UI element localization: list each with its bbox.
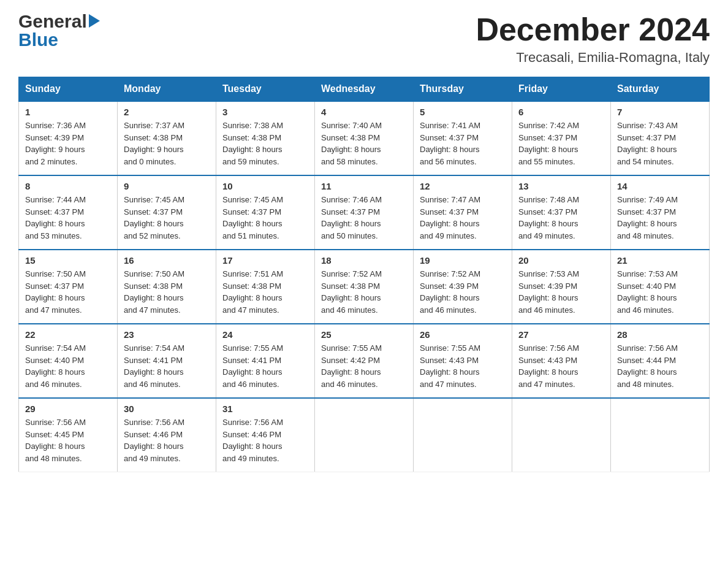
day-number: 22 — [25, 329, 111, 340]
location-text: Trecasali, Emilia-Romagna, Italy — [476, 50, 710, 66]
day-info: Sunrise: 7:54 AMSunset: 4:41 PMDaylight:… — [124, 342, 210, 390]
day-number: 1 — [25, 107, 111, 117]
calendar-cell: 29 Sunrise: 7:56 AMSunset: 4:45 PMDaylig… — [19, 398, 118, 472]
day-number: 30 — [124, 404, 210, 414]
day-number: 2 — [124, 107, 210, 117]
day-info: Sunrise: 7:56 AMSunset: 4:46 PMDaylight:… — [222, 416, 308, 464]
day-number: 31 — [222, 404, 308, 414]
calendar-cell: 25 Sunrise: 7:55 AMSunset: 4:42 PMDaylig… — [315, 324, 414, 398]
day-info: Sunrise: 7:47 AMSunset: 4:37 PMDaylight:… — [420, 194, 506, 242]
calendar-cell: 17 Sunrise: 7:51 AMSunset: 4:38 PMDaylig… — [216, 250, 315, 324]
day-info: Sunrise: 7:41 AMSunset: 4:37 PMDaylight:… — [420, 120, 506, 167]
day-info: Sunrise: 7:52 AMSunset: 4:39 PMDaylight:… — [420, 268, 506, 316]
day-info: Sunrise: 7:43 AMSunset: 4:37 PMDaylight:… — [617, 120, 703, 167]
week-row-2: 8 Sunrise: 7:44 AMSunset: 4:37 PMDayligh… — [19, 175, 710, 250]
calendar-cell: 27 Sunrise: 7:56 AMSunset: 4:43 PMDaylig… — [512, 324, 611, 398]
day-number: 12 — [420, 181, 506, 191]
calendar-cell — [611, 398, 710, 472]
day-number: 3 — [222, 107, 308, 117]
calendar-cell: 26 Sunrise: 7:55 AMSunset: 4:43 PMDaylig… — [414, 324, 512, 398]
calendar-cell: 6 Sunrise: 7:42 AMSunset: 4:37 PMDayligh… — [512, 101, 611, 175]
day-number: 6 — [518, 107, 604, 117]
calendar-cell: 5 Sunrise: 7:41 AMSunset: 4:37 PMDayligh… — [414, 101, 512, 175]
calendar-cell: 20 Sunrise: 7:53 AMSunset: 4:39 PMDaylig… — [512, 250, 611, 324]
day-number: 16 — [124, 255, 210, 266]
day-info: Sunrise: 7:45 AMSunset: 4:37 PMDaylight:… — [124, 194, 210, 242]
logo-blue-text: Blue — [18, 31, 100, 49]
week-row-1: 1 Sunrise: 7:36 AMSunset: 4:39 PMDayligh… — [19, 101, 710, 175]
calendar-body: 1 Sunrise: 7:36 AMSunset: 4:39 PMDayligh… — [19, 101, 710, 472]
day-number: 9 — [124, 181, 210, 191]
day-info: Sunrise: 7:44 AMSunset: 4:37 PMDaylight:… — [25, 194, 111, 242]
day-info: Sunrise: 7:36 AMSunset: 4:39 PMDaylight:… — [25, 120, 111, 167]
calendar-cell: 2 Sunrise: 7:37 AMSunset: 4:38 PMDayligh… — [118, 101, 216, 175]
logo-triangle-icon — [89, 14, 100, 28]
day-info: Sunrise: 7:55 AMSunset: 4:42 PMDaylight:… — [321, 342, 407, 390]
day-info: Sunrise: 7:56 AMSunset: 4:43 PMDaylight:… — [518, 342, 604, 390]
day-info: Sunrise: 7:56 AMSunset: 4:44 PMDaylight:… — [617, 342, 703, 390]
day-number: 14 — [617, 181, 703, 191]
calendar-cell: 11 Sunrise: 7:46 AMSunset: 4:37 PMDaylig… — [315, 175, 414, 250]
day-info: Sunrise: 7:48 AMSunset: 4:37 PMDaylight:… — [518, 194, 604, 242]
header-wednesday: Wednesday — [315, 77, 414, 102]
day-number: 29 — [25, 404, 111, 414]
calendar-cell: 21 Sunrise: 7:53 AMSunset: 4:40 PMDaylig… — [611, 250, 710, 324]
calendar-cell: 30 Sunrise: 7:56 AMSunset: 4:46 PMDaylig… — [118, 398, 216, 472]
week-row-5: 29 Sunrise: 7:56 AMSunset: 4:45 PMDaylig… — [19, 398, 710, 472]
calendar-cell: 10 Sunrise: 7:45 AMSunset: 4:37 PMDaylig… — [216, 175, 315, 250]
calendar-cell: 22 Sunrise: 7:54 AMSunset: 4:40 PMDaylig… — [19, 324, 118, 398]
calendar-cell: 7 Sunrise: 7:43 AMSunset: 4:37 PMDayligh… — [611, 101, 710, 175]
calendar-cell: 15 Sunrise: 7:50 AMSunset: 4:37 PMDaylig… — [19, 250, 118, 324]
day-info: Sunrise: 7:40 AMSunset: 4:38 PMDaylight:… — [321, 120, 407, 167]
day-number: 18 — [321, 255, 407, 266]
day-info: Sunrise: 7:52 AMSunset: 4:38 PMDaylight:… — [321, 268, 407, 316]
header-saturday: Saturday — [611, 77, 710, 102]
day-number: 8 — [25, 181, 111, 191]
day-info: Sunrise: 7:37 AMSunset: 4:38 PMDaylight:… — [124, 120, 210, 167]
calendar-cell: 4 Sunrise: 7:40 AMSunset: 4:38 PMDayligh… — [315, 101, 414, 175]
calendar-cell: 19 Sunrise: 7:52 AMSunset: 4:39 PMDaylig… — [414, 250, 512, 324]
logo-general-text: General — [18, 12, 87, 31]
calendar-cell: 31 Sunrise: 7:56 AMSunset: 4:46 PMDaylig… — [216, 398, 315, 472]
header-thursday: Thursday — [414, 77, 512, 102]
day-number: 26 — [420, 329, 506, 340]
day-number: 28 — [617, 329, 703, 340]
day-info: Sunrise: 7:53 AMSunset: 4:40 PMDaylight:… — [617, 268, 703, 316]
calendar-cell — [414, 398, 512, 472]
day-info: Sunrise: 7:50 AMSunset: 4:38 PMDaylight:… — [124, 268, 210, 316]
day-number: 7 — [617, 107, 703, 117]
calendar-cell: 13 Sunrise: 7:48 AMSunset: 4:37 PMDaylig… — [512, 175, 611, 250]
calendar-cell: 14 Sunrise: 7:49 AMSunset: 4:37 PMDaylig… — [611, 175, 710, 250]
calendar-cell: 9 Sunrise: 7:45 AMSunset: 4:37 PMDayligh… — [118, 175, 216, 250]
day-info: Sunrise: 7:51 AMSunset: 4:38 PMDaylight:… — [222, 268, 308, 316]
day-info: Sunrise: 7:38 AMSunset: 4:38 PMDaylight:… — [222, 120, 308, 167]
day-number: 11 — [321, 181, 407, 191]
day-number: 23 — [124, 329, 210, 340]
day-info: Sunrise: 7:55 AMSunset: 4:41 PMDaylight:… — [222, 342, 308, 390]
calendar-cell — [512, 398, 611, 472]
calendar-cell: 3 Sunrise: 7:38 AMSunset: 4:38 PMDayligh… — [216, 101, 315, 175]
week-row-3: 15 Sunrise: 7:50 AMSunset: 4:37 PMDaylig… — [19, 250, 710, 324]
day-number: 20 — [518, 255, 604, 266]
day-number: 17 — [222, 255, 308, 266]
day-info: Sunrise: 7:46 AMSunset: 4:37 PMDaylight:… — [321, 194, 407, 242]
day-number: 25 — [321, 329, 407, 340]
week-row-4: 22 Sunrise: 7:54 AMSunset: 4:40 PMDaylig… — [19, 324, 710, 398]
header-monday: Monday — [118, 77, 216, 102]
calendar-cell: 12 Sunrise: 7:47 AMSunset: 4:37 PMDaylig… — [414, 175, 512, 250]
header-tuesday: Tuesday — [216, 77, 315, 102]
calendar-cell: 8 Sunrise: 7:44 AMSunset: 4:37 PMDayligh… — [19, 175, 118, 250]
day-info: Sunrise: 7:50 AMSunset: 4:37 PMDaylight:… — [25, 268, 111, 316]
calendar-header: SundayMondayTuesdayWednesdayThursdayFrid… — [19, 77, 710, 102]
calendar-cell: 16 Sunrise: 7:50 AMSunset: 4:38 PMDaylig… — [118, 250, 216, 324]
calendar-table: SundayMondayTuesdayWednesdayThursdayFrid… — [18, 77, 710, 472]
day-number: 24 — [222, 329, 308, 340]
day-info: Sunrise: 7:42 AMSunset: 4:37 PMDaylight:… — [518, 120, 604, 167]
calendar-cell: 24 Sunrise: 7:55 AMSunset: 4:41 PMDaylig… — [216, 324, 315, 398]
day-number: 19 — [420, 255, 506, 266]
calendar-cell: 1 Sunrise: 7:36 AMSunset: 4:39 PMDayligh… — [19, 101, 118, 175]
month-year-title: December 2024 — [476, 12, 710, 47]
day-info: Sunrise: 7:49 AMSunset: 4:37 PMDaylight:… — [617, 194, 703, 242]
calendar-cell: 28 Sunrise: 7:56 AMSunset: 4:44 PMDaylig… — [611, 324, 710, 398]
header-sunday: Sunday — [19, 77, 118, 102]
